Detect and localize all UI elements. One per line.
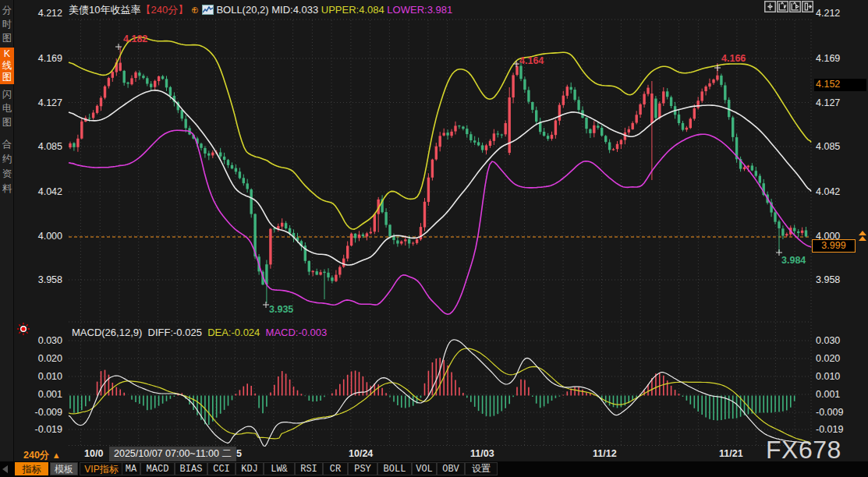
svg-text:4.182: 4.182 (123, 34, 147, 44)
svg-text:4.164: 4.164 (519, 55, 544, 66)
svg-text:3.984: 3.984 (781, 255, 806, 266)
svg-text:3.935: 3.935 (269, 304, 293, 315)
svg-text:4.166: 4.166 (721, 53, 746, 64)
